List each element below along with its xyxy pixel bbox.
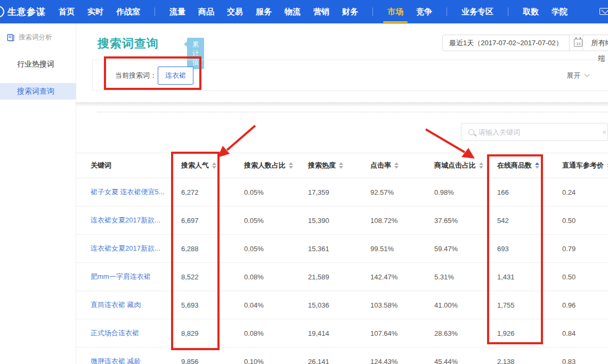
top-nav: 生意参谋 首页 实时 作战室 流量 商品 交易 服务 物流 营销 财务 市场 竞… — [0, 0, 608, 23]
col-header-click-rate[interactable]: 点击率 — [370, 161, 434, 170]
expand-link[interactable]: 展开 — [566, 60, 589, 90]
sort-icon[interactable] — [394, 162, 399, 169]
search-words-table: 关键词 搜索人气 搜索人数占比 搜索热度 点击率 商城点击占比 — [76, 153, 608, 364]
sidebar: 搜索词分析 行业热搜词 搜索词查询 — [0, 23, 76, 364]
nav-item-logistics[interactable]: 物流 — [285, 0, 301, 23]
cell-search-heat: 15,361 — [308, 245, 370, 253]
cell-ztc-ref-price: 0.83 — [562, 358, 608, 364]
nav-item-academy[interactable]: 学院 — [552, 0, 568, 23]
report-book-icon — [7, 34, 15, 42]
cell-mall-click-ratio: 59.47% — [434, 245, 497, 253]
cell-click-rate: 92.57% — [370, 188, 434, 196]
date-controls: 最近1天（2017-07-02~2017-07-02） 15 — [442, 35, 588, 51]
col-header-mall-click-ratio[interactable]: 商城点击占比 — [434, 161, 497, 170]
col-header-ztc-ref-price[interactable]: 直通车参考价 — [562, 161, 608, 170]
col-header-search-heat[interactable]: 搜索热度 — [308, 161, 370, 170]
nav-divider — [372, 7, 373, 16]
nav-item-service[interactable]: 服务 — [256, 0, 272, 23]
current-search-panel: 当前搜索词： 连衣裙 展开 — [92, 60, 608, 91]
cell-search-popularity: 9,856 — [181, 358, 244, 364]
sort-icon[interactable] — [339, 162, 343, 169]
date-range-button[interactable]: 最近1天（2017-07-02~2017-07-02） — [442, 35, 570, 51]
table-row: 直筒连衣裙 藏肉 5,693 0.04% 15,036 103.58% 41.0… — [76, 291, 608, 319]
cell-mall-click-ratio: 0.98% — [434, 188, 497, 196]
page-title-text: 搜索词查询 — [98, 37, 159, 50]
cell-mall-click-ratio: 28.63% — [434, 329, 497, 337]
expand-label: 展开 — [566, 71, 580, 79]
sidebar-item-search-word-query[interactable]: 搜索词查询 — [0, 83, 76, 100]
cell-click-rate: 124.43% — [370, 358, 434, 364]
cell-click-rate: 108.72% — [370, 217, 434, 225]
cell-online-products: 1,755 — [497, 301, 562, 309]
sidebar-group-label: 搜索词分析 — [19, 33, 52, 42]
mail-icon[interactable] — [599, 8, 608, 15]
cell-search-popularity: 6,272 — [181, 188, 244, 196]
keyword-link[interactable]: 裙子女夏 连衣裙便宜5... — [91, 187, 181, 197]
nav-item-marketing[interactable]: 营销 — [313, 0, 329, 23]
nav-item-data-fetch[interactable]: 取数 — [523, 0, 539, 23]
cell-click-rate: 99.51% — [370, 245, 434, 253]
nav-divider — [447, 7, 447, 16]
nav-item-trade[interactable]: 交易 — [227, 0, 243, 23]
nav-item-goods[interactable]: 商品 — [198, 0, 214, 23]
page-title: 搜索词查询 累计值 — [98, 36, 159, 52]
cell-searcher-ratio: 0.10% — [244, 358, 308, 364]
keyword-search-input[interactable] — [479, 128, 602, 136]
cell-click-rate: 142.47% — [370, 273, 434, 281]
nav-item-warroom[interactable]: 作战室 — [116, 0, 140, 23]
sort-icon[interactable] — [479, 162, 483, 169]
cell-online-products: 1,926 — [497, 329, 562, 337]
keyword-link[interactable]: 连衣裙女夏2017新款... — [91, 244, 181, 253]
table-row: 连衣裙女夏2017新款... 6,288 0.05% 15,361 99.51%… — [76, 235, 608, 263]
cell-search-popularity: 6,288 — [181, 245, 244, 253]
sort-icon[interactable] — [212, 162, 216, 169]
col-header-keyword: 关键词 — [91, 161, 181, 170]
cell-online-products: 542 — [497, 217, 562, 225]
table-row: 正式场合连衣裙 8,829 0.08% 19,414 107.64% 28.63… — [76, 319, 608, 348]
cell-searcher-ratio: 0.08% — [244, 273, 308, 281]
cell-searcher-ratio: 0.04% — [244, 301, 308, 309]
cell-mall-click-ratio: 41.00% — [434, 301, 497, 309]
cell-mall-click-ratio: 37.65% — [434, 217, 497, 225]
clear-icon[interactable]: × — [602, 128, 606, 136]
section-shadow — [76, 102, 608, 107]
cell-online-products: 166 — [497, 188, 562, 196]
col-header-online-products[interactable]: 在线商品数 — [497, 161, 562, 170]
sidebar-item-industry-hot-words[interactable]: 行业热搜词 — [0, 56, 76, 72]
cell-ztc-ref-price: 0.50 — [562, 273, 608, 281]
nav-item-traffic[interactable]: 流量 — [169, 0, 185, 23]
keyword-link[interactable]: 正式场合连衣裙 — [91, 328, 181, 338]
nav-item-home[interactable]: 首页 — [59, 0, 75, 23]
nav-item-finance[interactable]: 财务 — [342, 0, 358, 23]
sort-icon[interactable] — [289, 162, 293, 169]
terminal-selector-button[interactable]: 所有终端 — [582, 35, 608, 51]
nav-item-realtime[interactable]: 实时 — [87, 0, 103, 23]
col-header-searcher-ratio[interactable]: 搜索人数占比 — [244, 161, 308, 170]
nav-item-business-zone[interactable]: 业务专区 — [461, 0, 493, 23]
keyword-link[interactable]: 肥mm一字肩连衣裙 — [91, 272, 181, 282]
keyword-link[interactable]: 直筒连衣裙 藏肉 — [91, 300, 181, 310]
cell-ztc-ref-price: 0.96 — [562, 301, 608, 309]
cell-search-heat: 21,589 — [308, 273, 370, 281]
nav-item-competition[interactable]: 竞争 — [416, 0, 432, 23]
brand-name[interactable]: 生意参谋 — [7, 6, 46, 18]
cell-online-products: 2,138 — [497, 358, 562, 364]
current-keyword-tag[interactable]: 连衣裙 — [158, 67, 193, 85]
cell-searcher-ratio: 0.05% — [244, 217, 308, 225]
keyword-link[interactable]: 连衣裙女夏2017新款... — [91, 216, 181, 225]
col-header-search-popularity[interactable]: 搜索人气 — [181, 161, 244, 170]
current-keyword-label: 当前搜索词： — [115, 60, 157, 90]
cell-mall-click-ratio: 5.31% — [434, 273, 497, 281]
cell-ztc-ref-price: 0.79 — [562, 245, 608, 253]
cell-searcher-ratio: 0.05% — [244, 245, 308, 253]
nav-item-market[interactable]: 市场 — [387, 0, 403, 23]
cell-search-popularity: 8,829 — [181, 329, 244, 337]
sort-icon-active[interactable] — [535, 162, 539, 169]
nav-divider — [155, 7, 155, 16]
cell-search-heat: 15,036 — [308, 301, 370, 309]
page: { "nav": { "brand": "生意参谋", "items": [ {… — [0, 0, 608, 364]
table-row: 肥mm一字肩连衣裙 8,522 0.08% 21,589 142.47% 5.3… — [76, 263, 608, 291]
keyword-link[interactable]: 微胖连衣裙 减龄 — [91, 357, 181, 364]
cell-search-heat: 17,359 — [308, 188, 370, 196]
table-header-row: 关键词 搜索人气 搜索人数占比 搜索热度 点击率 商城点击占比 — [76, 153, 608, 178]
